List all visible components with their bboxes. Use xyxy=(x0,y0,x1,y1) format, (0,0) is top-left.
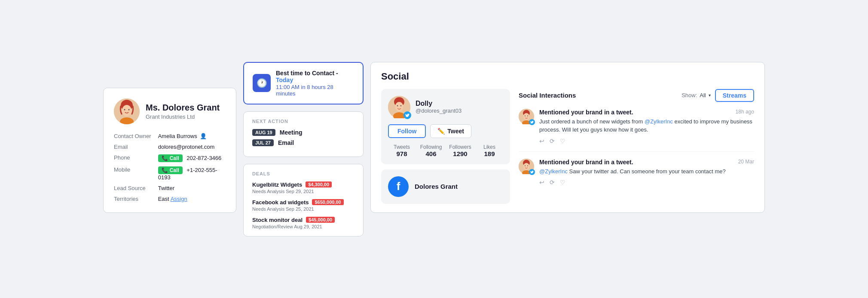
best-time-header: 🕐 Best time to Contact - Today 11:00 AM … xyxy=(253,70,354,97)
mention-link-1[interactable]: @ZylkerInc xyxy=(539,168,568,175)
field-value-territories: East Assign xyxy=(158,196,224,202)
follow-button[interactable]: Follow xyxy=(388,124,426,138)
field-value-phone: 📞 Call 202-872-3466 xyxy=(158,154,224,162)
phone-icon-mobile: 📞 xyxy=(162,167,168,173)
interaction-twitter-badge-1 xyxy=(529,169,535,175)
phone-icon: 📞 xyxy=(162,155,168,161)
field-value-owner: Amelia Burrows 👤 xyxy=(158,133,224,139)
chevron-down-icon[interactable]: ▾ xyxy=(709,93,711,98)
deal-item-0: Kugelblitz Widgets $4,300,00 Needs Analy… xyxy=(252,181,355,194)
deal-meta-0: Needs Analysis Sep 29, 2021 xyxy=(252,189,355,194)
social-title: Social xyxy=(381,71,754,82)
svg-point-20 xyxy=(523,163,529,170)
contact-fields: Contact Owner Amelia Burrows 👤 Email dol… xyxy=(114,133,224,202)
svg-point-22 xyxy=(527,165,528,166)
deal-amount-1: $650,000,00 xyxy=(312,199,343,205)
deal-amount-0: $4,300,00 xyxy=(306,181,332,187)
twitter-display-name: Dolly xyxy=(416,100,462,108)
field-label-email: Email xyxy=(114,144,151,150)
field-label-lead-source: Lead Source xyxy=(114,185,151,191)
best-time-title: Best time to Contact - Today xyxy=(276,70,354,83)
interaction-item-1: Mentioned your brand in a tweet. 20 Mar … xyxy=(519,159,754,186)
field-label-territories: Territories xyxy=(114,196,151,202)
interaction-time-0: 18h ago xyxy=(736,109,754,115)
field-value-mobile: 📞 Call +1-202-555-0193 xyxy=(158,166,224,181)
best-time-text: Best time to Contact - Today 11:00 AM in… xyxy=(276,70,354,97)
assign-link[interactable]: Assign xyxy=(171,196,187,202)
contact-card: Ms. Dolores Grant Grant Industries Ltd C… xyxy=(103,88,236,213)
svg-point-9 xyxy=(397,105,398,106)
action-label-meeting: Meeting xyxy=(280,129,303,136)
social-panel: Social xyxy=(370,62,765,213)
svg-point-10 xyxy=(400,105,402,106)
reply-icon-0[interactable]: ↩ xyxy=(539,138,544,144)
interactions-header: Social Interactions Show: All ▾ Streams xyxy=(519,89,754,102)
tweet-edit-icon: ✏️ xyxy=(437,128,445,135)
next-action-card: NEXT ACTION AUG 19 Meeting JUL 27 Email xyxy=(243,111,364,157)
interaction-actions-0: ↩ ⟳ ♡ xyxy=(539,138,754,144)
deals-title: DEALS xyxy=(252,171,355,176)
deal-meta-1: Needs Analysis Sep 25, 2021 xyxy=(252,206,355,212)
deal-name-0: Kugelblitz Widgets xyxy=(252,181,302,188)
reply-icon-1[interactable]: ↩ xyxy=(539,179,544,186)
field-label-mobile: Mobile xyxy=(114,166,151,181)
deals-card: DEALS Kugelblitz Widgets $4,300,00 Needs… xyxy=(243,164,364,237)
interaction-time-1: 20 Mar xyxy=(738,159,754,165)
interaction-avatar-0 xyxy=(519,109,534,124)
interactions-controls: Show: All ▾ Streams xyxy=(682,89,754,102)
action-row-meeting: AUG 19 Meeting xyxy=(252,129,355,136)
mention-link-0[interactable]: @ZylkerInc xyxy=(645,118,673,125)
svg-point-15 xyxy=(525,115,526,116)
twitter-avatar xyxy=(388,96,410,118)
like-icon-1[interactable]: ♡ xyxy=(560,179,565,186)
facebook-name: Dolores Grant xyxy=(415,183,458,190)
clock-icon: 🕐 xyxy=(253,74,271,92)
interaction-text-1: @ZylkerInc Saw your twitter ad. Can some… xyxy=(539,167,754,176)
action-badge-aug: AUG 19 xyxy=(252,129,275,136)
interaction-actions-1: ↩ ⟳ ♡ xyxy=(539,179,754,186)
svg-point-16 xyxy=(527,115,528,116)
svg-point-2 xyxy=(122,105,131,116)
action-label-email: Email xyxy=(278,139,294,146)
tweet-button[interactable]: ✏️ Tweet xyxy=(430,124,471,138)
svg-point-3 xyxy=(124,109,125,110)
field-label-owner: Contact Owner xyxy=(114,133,151,139)
svg-point-14 xyxy=(523,113,529,120)
deal-item-2: Stock monitor deal $45,000,00 Negotiatio… xyxy=(252,217,355,229)
retweet-icon-1[interactable]: ⟳ xyxy=(550,179,555,186)
social-interactions: Social Interactions Show: All ▾ Streams xyxy=(519,89,754,204)
streams-button[interactable]: Streams xyxy=(715,89,754,102)
call-phone-button[interactable]: 📞 Call xyxy=(158,154,183,162)
contact-name-block: Ms. Dolores Grant Grant Industries Ltd xyxy=(146,102,220,120)
contact-company: Grant Industries Ltd xyxy=(146,114,220,120)
interaction-body-1: Mentioned your brand in a tweet. 20 Mar … xyxy=(539,159,754,186)
field-label-phone: Phone xyxy=(114,154,151,162)
call-mobile-button[interactable]: 📞 Call xyxy=(158,166,183,174)
interaction-type-1: Mentioned your brand in a tweet. xyxy=(539,159,633,166)
interaction-text-0: Just ordered a bunch of new widgets from… xyxy=(539,117,754,134)
interaction-type-0: Mentioned your brand in a tweet. xyxy=(539,109,633,116)
twitter-profile-card: Dolly @dolores_grant03 Follow ✏️ Tweet xyxy=(381,89,510,164)
best-time-sub: 11:00 AM in 8 hours 28 minutes xyxy=(276,84,354,97)
social-content: Dolly @dolores_grant03 Follow ✏️ Tweet xyxy=(381,89,754,204)
action-badge-jul: JUL 27 xyxy=(252,139,274,146)
twitter-badge xyxy=(403,111,411,119)
contact-header: Ms. Dolores Grant Grant Industries Ltd xyxy=(114,98,224,124)
like-icon-0[interactable]: ♡ xyxy=(560,138,565,144)
field-value-lead-source: Twitter xyxy=(158,185,224,191)
middle-column: 🕐 Best time to Contact - Today 11:00 AM … xyxy=(243,62,364,237)
deal-name-1: Facebook ad widgets xyxy=(252,199,309,206)
interaction-twitter-badge-0 xyxy=(529,119,535,125)
twitter-profile-actions: Follow ✏️ Tweet xyxy=(388,124,503,138)
svg-point-21 xyxy=(525,165,526,166)
deal-item-1: Facebook ad widgets $650,000,00 Needs An… xyxy=(252,199,355,212)
interaction-body-0: Mentioned your brand in a tweet. 18h ago… xyxy=(539,109,754,144)
stat-followers: Followers 1290 xyxy=(446,144,474,157)
twitter-profile-top: Dolly @dolores_grant03 xyxy=(388,96,503,118)
twitter-handle: @dolores_grant03 xyxy=(416,108,462,114)
twitter-profile-info: Dolly @dolores_grant03 xyxy=(416,100,462,114)
retweet-icon-0[interactable]: ⟳ xyxy=(550,138,555,144)
best-time-card: 🕐 Best time to Contact - Today 11:00 AM … xyxy=(243,62,364,104)
stat-following: Following 406 xyxy=(417,144,445,157)
svg-point-8 xyxy=(395,102,403,111)
